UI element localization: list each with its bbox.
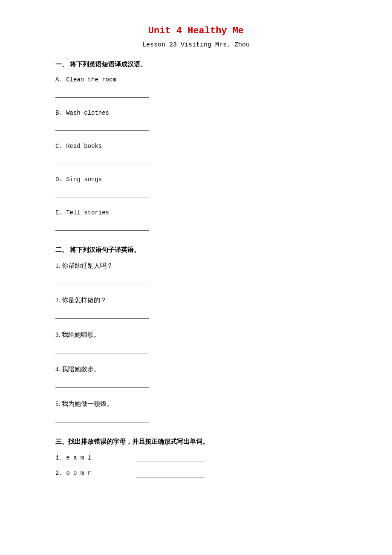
lesson-title: Lesson 23 Visiting Mrs. Zhou: [55, 41, 337, 49]
section1-item-text-0: A. Clean the room: [55, 76, 337, 83]
section1-item-3: D. Sing songs: [55, 176, 337, 197]
section2-item-text-1: 2. 你是怎样做的？: [55, 296, 337, 304]
section1-item-2: C. Read books: [55, 143, 337, 164]
section3-item-text-1: 2. o o m r: [55, 470, 124, 477]
section2-answer-line-2[interactable]: [55, 345, 149, 353]
section1-answer-line-2[interactable]: [55, 156, 149, 164]
section1-item-0: A. Clean the room: [55, 76, 337, 98]
section-3-title: 三、找出排放错误的字母，并且按正确形式写出单词。: [55, 438, 337, 446]
section1-item-text-1: B. Wash clothes: [55, 110, 337, 116]
section-2: 二、 将下列汉语句子译英语。 1. 你帮助过别人吗？2. 你是怎样做的？3. 我…: [55, 246, 337, 422]
page-title: Unit 4 Healthy Me: [55, 26, 337, 36]
section2-items: 1. 你帮助过别人吗？2. 你是怎样做的？3. 我给她唱歌。4. 我陪她散步。5…: [55, 262, 337, 422]
section-3: 三、找出排放错误的字母，并且按正确形式写出单词。 1. e a m l2. o …: [55, 438, 337, 477]
section1-answer-line-4[interactable]: [55, 222, 149, 231]
section3-items: 1. e a m l2. o o m r: [55, 454, 337, 477]
section-1: 一、 将下列英语短语译成汉语。 A. Clean the roomB. Wash…: [55, 61, 337, 231]
section2-item-text-2: 3. 我给她唱歌。: [55, 331, 337, 339]
section2-item-text-0: 1. 你帮助过别人吗？: [55, 262, 337, 270]
section2-answer-line-4[interactable]: [55, 414, 149, 422]
section3-item-1: 2. o o m r: [55, 469, 337, 477]
section2-answer-line-3[interactable]: [55, 379, 149, 388]
section3-item-0: 1. e a m l: [55, 454, 337, 462]
section1-items: A. Clean the roomB. Wash clothesC. Read …: [55, 76, 337, 231]
section3-item-text-0: 1. e a m l: [55, 454, 124, 461]
section3-answer-line-0[interactable]: [136, 454, 205, 462]
section1-item-4: E. Tell stories: [55, 209, 337, 231]
section2-item-text-3: 4. 我陪她散步。: [55, 365, 337, 373]
section1-item-1: B. Wash clothes: [55, 110, 337, 131]
section2-item-3: 4. 我陪她散步。: [55, 365, 337, 388]
section1-item-text-2: C. Read books: [55, 143, 337, 150]
section-2-title: 二、 将下列汉语句子译英语。: [55, 246, 337, 254]
section1-item-text-3: D. Sing songs: [55, 176, 337, 183]
section1-item-text-4: E. Tell stories: [55, 209, 337, 216]
section1-answer-line-0[interactable]: [55, 89, 149, 98]
section2-item-2: 3. 我给她唱歌。: [55, 331, 337, 353]
section2-item-4: 5. 我为她做一顿饭。: [55, 400, 337, 422]
section1-answer-line-1[interactable]: [55, 122, 149, 131]
section3-answer-line-1[interactable]: [136, 469, 205, 477]
section1-answer-line-3[interactable]: [55, 189, 149, 197]
section-1-title: 一、 将下列英语短语译成汉语。: [55, 61, 337, 69]
section2-answer-line-0[interactable]: [55, 276, 149, 284]
section2-item-1: 2. 你是怎样做的？: [55, 296, 337, 319]
section2-answer-line-1[interactable]: [55, 310, 149, 319]
section2-item-text-4: 5. 我为她做一顿饭。: [55, 400, 337, 408]
section2-item-0: 1. 你帮助过别人吗？: [55, 262, 337, 284]
